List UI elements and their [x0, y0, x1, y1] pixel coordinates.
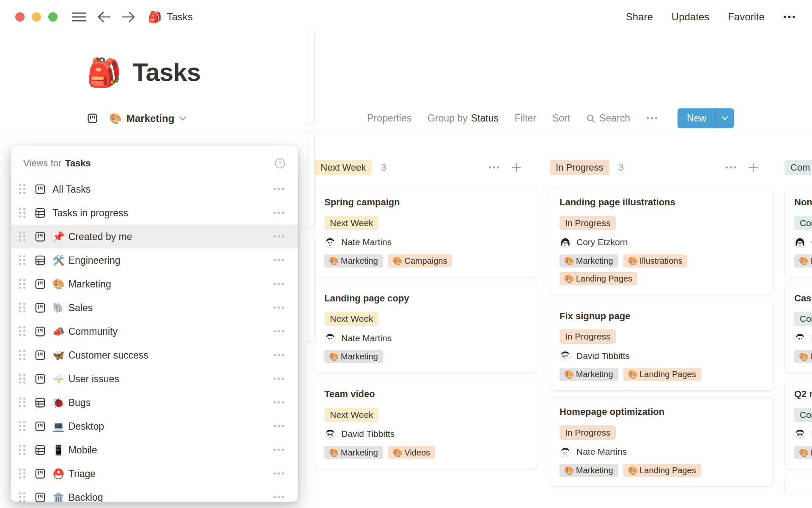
- view-more-icon[interactable]: •••: [273, 303, 285, 312]
- sort-button[interactable]: Sort: [552, 113, 570, 124]
- task-card[interactable]: Q2 rConE🎨M: [785, 380, 812, 469]
- group-by-button[interactable]: Group byStatus: [428, 113, 499, 124]
- view-more-icon[interactable]: •••: [273, 493, 285, 502]
- new-button[interactable]: New: [678, 108, 716, 128]
- tag-marketing: 🎨Marketing: [324, 254, 383, 268]
- customer-success-emoji: 🦋: [52, 350, 65, 361]
- view-row-tasks-in-progress[interactable]: Tasks in progress•••: [11, 201, 298, 225]
- forward-arrow-icon[interactable]: [122, 11, 135, 23]
- view-selector[interactable]: 🎨 Marketing: [87, 113, 187, 124]
- help-icon[interactable]: ?: [274, 158, 285, 169]
- tag-list: 🎨Marketing🎨Landing Pages: [560, 368, 764, 381]
- close-window-button[interactable]: [15, 12, 25, 22]
- view-more-icon[interactable]: •••: [273, 208, 285, 218]
- palette-emoji: 🎨: [109, 113, 122, 124]
- sidebar-menu-icon[interactable]: [72, 11, 86, 22]
- task-card[interactable]: Landing page copyNext WeekNate Martins🎨M…: [315, 284, 537, 373]
- drag-handle-icon[interactable]: [19, 350, 26, 360]
- view-more-icon[interactable]: •••: [273, 185, 285, 194]
- view-label: Marketing: [69, 279, 111, 290]
- properties-button[interactable]: Properties: [367, 113, 411, 124]
- views-panel: Views for Tasks ? All Tasks•••Tasks in p…: [11, 146, 298, 502]
- view-more-icon[interactable]: •••: [273, 445, 285, 455]
- avatar: [324, 332, 336, 344]
- view-row-marketing[interactable]: 🎨Marketing•••: [11, 272, 298, 296]
- new-dropdown-button[interactable]: [716, 108, 734, 128]
- new-button-group: New: [678, 108, 734, 128]
- tag-label: Illustrations: [639, 256, 682, 266]
- tag-landing-pages: 🎨Landing Pages: [623, 368, 701, 381]
- drag-handle-icon[interactable]: [19, 492, 26, 502]
- drag-handle-icon[interactable]: [19, 326, 26, 337]
- minimize-window-button[interactable]: [32, 12, 41, 22]
- task-card[interactable]: Homepage optimizationIn ProgressNate Mar…: [550, 398, 774, 487]
- task-card[interactable]: [785, 476, 812, 493]
- view-row-triage[interactable]: ⛑️Triage•••: [11, 462, 298, 486]
- view-more-icon[interactable]: •••: [273, 279, 285, 289]
- task-card[interactable]: Fix signup pageIn ProgressDavid Tibbitts…: [550, 302, 774, 391]
- drag-handle-icon[interactable]: [19, 279, 26, 289]
- view-row-mobile[interactable]: 📱Mobile•••: [11, 438, 298, 462]
- back-arrow-icon[interactable]: [97, 11, 111, 23]
- drag-handle-icon[interactable]: [19, 445, 26, 455]
- assignee-name: David Tibbitts: [341, 429, 395, 439]
- drag-handle-icon[interactable]: [19, 421, 26, 431]
- view-row-customer-success[interactable]: 🦋Customer success•••: [11, 343, 298, 367]
- task-card[interactable]: CasConN🎨M: [785, 284, 812, 373]
- task-card[interactable]: Landing page illustrationsIn ProgressCor…: [550, 188, 774, 295]
- search-button[interactable]: Search: [586, 113, 630, 124]
- view-row-community[interactable]: 📣Community•••: [11, 320, 298, 343]
- more-options-icon[interactable]: •••: [783, 11, 797, 22]
- card-title: Non: [794, 196, 812, 209]
- task-card[interactable]: Team videoNext WeekDavid Tibbitts🎨Market…: [315, 380, 537, 469]
- view-more-icon[interactable]: •••: [273, 256, 285, 265]
- view-row-engineering[interactable]: 🛠️Engineering•••: [11, 248, 298, 272]
- task-card[interactable]: Spring campaignNext WeekNate Martins🎨Mar…: [315, 188, 537, 277]
- filter-button[interactable]: Filter: [515, 113, 536, 124]
- view-row-backlog[interactable]: 🏛️Backlog•••: [11, 486, 298, 502]
- column-more-icon[interactable]: •••: [488, 163, 501, 172]
- view-more-icon[interactable]: •••: [273, 374, 285, 384]
- column-more-icon[interactable]: •••: [725, 163, 738, 172]
- share-button[interactable]: Share: [626, 11, 653, 23]
- zoom-window-button[interactable]: [48, 12, 58, 22]
- page-title[interactable]: Tasks: [132, 58, 200, 86]
- view-row-desktop[interactable]: 💻Desktop•••: [11, 414, 298, 438]
- view-row-bugs[interactable]: 🐞Bugs•••: [11, 391, 298, 414]
- view-row-user-issues[interactable]: 🌩️User issues•••: [11, 367, 298, 391]
- engineering-emoji: 🛠️: [52, 255, 65, 266]
- view-more-icon[interactable]: •••: [273, 351, 285, 360]
- tag-label: Marketing: [576, 370, 613, 379]
- column-add-icon[interactable]: [748, 162, 759, 173]
- view-more-icon[interactable]: •••: [273, 422, 285, 431]
- drag-handle-icon[interactable]: [19, 303, 26, 313]
- favorite-button[interactable]: Favorite: [728, 11, 765, 23]
- drag-handle-icon[interactable]: [19, 208, 26, 218]
- updates-button[interactable]: Updates: [672, 11, 709, 23]
- page-backpack-icon[interactable]: 🎒: [87, 58, 121, 86]
- status-badge: In Progress: [560, 329, 616, 344]
- breadcrumb[interactable]: 🎒 Tasks: [148, 11, 193, 24]
- view-row-sales[interactable]: 🐘Sales•••: [11, 296, 298, 320]
- assignee: N: [794, 332, 812, 344]
- view-more-icon[interactable]: •••: [646, 113, 659, 123]
- drag-handle-icon[interactable]: [19, 374, 26, 384]
- drag-handle-icon[interactable]: [19, 232, 26, 242]
- view-more-icon[interactable]: •••: [273, 232, 285, 241]
- tag-label: Landing Pages: [639, 466, 696, 475]
- drag-handle-icon[interactable]: [19, 469, 26, 479]
- view-more-icon[interactable]: •••: [273, 398, 285, 407]
- view-label: Community: [69, 326, 118, 337]
- view-row-created-by-me[interactable]: 📌Created by me•••: [11, 225, 298, 248]
- svg-text:?: ?: [278, 160, 282, 167]
- view-row-all-tasks[interactable]: All Tasks•••: [11, 177, 298, 201]
- task-card[interactable]: NonConC🎨M: [785, 188, 812, 277]
- board-view-icon: [34, 349, 46, 361]
- drag-handle-icon[interactable]: [19, 255, 26, 265]
- view-more-icon[interactable]: •••: [273, 469, 285, 478]
- drag-handle-icon[interactable]: [19, 398, 26, 408]
- drag-handle-icon[interactable]: [19, 184, 26, 194]
- tag-label: Landing Pages: [576, 274, 632, 284]
- column-add-icon[interactable]: [511, 162, 522, 173]
- view-more-icon[interactable]: •••: [273, 327, 285, 336]
